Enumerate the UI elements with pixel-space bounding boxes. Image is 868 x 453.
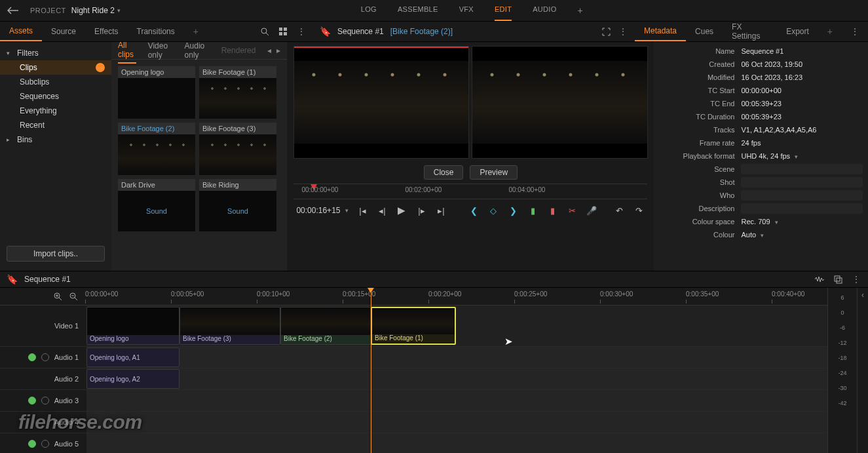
meta-value[interactable]: UHD 4k, 24 fps ▾ bbox=[741, 152, 798, 160]
clip-label: Opening logo bbox=[118, 66, 195, 78]
workspace-tab-vfx[interactable]: VFX bbox=[459, 0, 474, 21]
project-label: PROJECT bbox=[30, 7, 66, 14]
workspace-tab-log[interactable]: LOG bbox=[361, 0, 377, 21]
waveform-icon[interactable] bbox=[814, 274, 825, 285]
meta-label: Description bbox=[659, 205, 741, 212]
timeline-clip[interactable]: Bike Footage (2) bbox=[280, 307, 371, 345]
audio-clip[interactable]: Opening logo, A1 bbox=[86, 347, 179, 367]
meta-value[interactable]: Auto ▾ bbox=[741, 231, 764, 239]
voice-over-icon[interactable]: 🎤 bbox=[586, 206, 597, 216]
meta-tab-metadata[interactable]: Metadata bbox=[635, 22, 686, 41]
mark-in-icon[interactable]: ❮ bbox=[468, 206, 480, 216]
audio-track-label[interactable]: Audio 4 bbox=[54, 418, 79, 426]
meta-tab-fx-settings[interactable]: FX Settings bbox=[723, 22, 777, 41]
clip-item[interactable]: Dark DriveSound bbox=[118, 179, 195, 231]
viewer-more-icon[interactable]: ⋮ bbox=[618, 26, 628, 37]
tree-clips[interactable]: Clips bbox=[0, 60, 111, 75]
import-clips-button[interactable]: Import clips.. bbox=[7, 246, 105, 262]
step-fwd-icon[interactable]: |▸ bbox=[415, 206, 427, 216]
workspace-tab-audio[interactable]: AUDIO bbox=[533, 0, 556, 21]
timeline-clip[interactable]: Opening logo bbox=[86, 307, 179, 345]
project-name[interactable]: Night Ride 2 bbox=[71, 6, 115, 15]
filter-rendered[interactable]: Rendered bbox=[221, 43, 256, 58]
add-marker-icon[interactable]: ▮ bbox=[527, 206, 538, 216]
grid-view-icon[interactable] bbox=[278, 26, 288, 37]
search-icon[interactable] bbox=[259, 26, 270, 37]
collapse-panel-icon[interactable]: ‹ bbox=[857, 288, 868, 453]
back-button[interactable] bbox=[5, 3, 21, 18]
asset-tab-assets[interactable]: Assets bbox=[0, 22, 42, 41]
tree-subclips[interactable]: Subclips bbox=[0, 75, 111, 89]
meta-value[interactable] bbox=[741, 203, 863, 214]
tree-recent[interactable]: Recent bbox=[0, 118, 111, 132]
audio-track-label[interactable]: Audio 5 bbox=[54, 440, 79, 448]
workspace-tab-assemble[interactable]: ASSEMBLE bbox=[398, 0, 438, 21]
clip-label: Dark Drive bbox=[118, 179, 195, 191]
delete-marker-icon[interactable]: ▮ bbox=[546, 206, 558, 216]
meter-db: 0 bbox=[840, 307, 844, 319]
zoom-in-icon[interactable] bbox=[52, 291, 63, 302]
svg-rect-4 bbox=[284, 32, 287, 35]
audio-track-label[interactable]: Audio 3 bbox=[54, 397, 79, 404]
fullscreen-icon[interactable] bbox=[601, 26, 611, 37]
clip-thumbnail bbox=[118, 78, 195, 119]
tree-everything[interactable]: Everything bbox=[0, 104, 111, 118]
meta-row: TracksV1, A1,A2,A3,A4,A5,A6 bbox=[654, 123, 868, 136]
meta-value[interactable] bbox=[741, 190, 863, 201]
meta-label: Tracks bbox=[659, 126, 741, 134]
meta-value: 24 fps bbox=[741, 139, 761, 147]
timecode-display[interactable]: 00:00:16+15▾ bbox=[296, 206, 349, 215]
add-workspace-icon[interactable]: + bbox=[578, 0, 583, 21]
meta-tab-cues[interactable]: Cues bbox=[686, 22, 723, 41]
meta-tab-export[interactable]: Export bbox=[777, 22, 818, 41]
viewer-clip-name[interactable]: [Bike Footage (2)] bbox=[390, 27, 453, 36]
clip-item[interactable]: Bike Footage (1) bbox=[199, 66, 276, 119]
step-back-icon[interactable]: ◂| bbox=[376, 206, 388, 216]
meta-more-icon[interactable]: ⋮ bbox=[842, 22, 868, 41]
redo-icon[interactable]: ↷ bbox=[633, 206, 645, 216]
audio-track-label[interactable]: Audio 1 bbox=[54, 353, 79, 361]
audio-track-label[interactable]: Audio 2 bbox=[54, 375, 79, 383]
timeline-sequence-name[interactable]: Sequence #1 bbox=[24, 275, 71, 284]
video-track-label[interactable]: Video 1 bbox=[54, 322, 79, 330]
zoom-out-icon[interactable] bbox=[68, 291, 79, 302]
workspace-tab-edit[interactable]: EDIT bbox=[495, 0, 512, 21]
copy-icon[interactable] bbox=[833, 274, 843, 285]
filter-prev-icon[interactable]: ◂ bbox=[267, 46, 271, 55]
cut-icon[interactable]: ✂ bbox=[566, 206, 578, 216]
chevron-down-icon[interactable]: ▾ bbox=[117, 7, 121, 14]
audio-clip[interactable]: Opening logo, A2 bbox=[86, 369, 179, 389]
meta-value[interactable]: Rec. 709 ▾ bbox=[741, 218, 778, 226]
mark-clear-icon[interactable]: ◇ bbox=[487, 206, 499, 216]
clip-item[interactable]: Bike Footage (3) bbox=[199, 123, 276, 175]
playhead[interactable] bbox=[371, 288, 371, 453]
go-start-icon[interactable]: |◂ bbox=[356, 206, 368, 216]
add-meta-tab-icon[interactable]: + bbox=[818, 22, 842, 41]
close-button[interactable]: Close bbox=[424, 165, 464, 180]
bookmark-icon[interactable]: 🔖 bbox=[320, 26, 331, 37]
timeline-bookmark-icon[interactable]: 🔖 bbox=[7, 274, 18, 285]
tree-filters[interactable]: ▾Filters bbox=[0, 46, 111, 60]
tree-sequences[interactable]: Sequences bbox=[0, 89, 111, 104]
more-icon[interactable]: ⋮ bbox=[296, 26, 307, 37]
meta-value[interactable] bbox=[741, 164, 863, 174]
asset-tab-source[interactable]: Source bbox=[42, 22, 85, 41]
play-icon[interactable]: ▶ bbox=[396, 205, 407, 216]
go-end-icon[interactable]: ▸| bbox=[435, 206, 447, 216]
meta-value[interactable] bbox=[741, 177, 863, 187]
record-viewer[interactable] bbox=[472, 46, 647, 159]
preview-button[interactable]: Preview bbox=[470, 165, 518, 180]
clip-item[interactable]: Bike RidingSound bbox=[199, 179, 276, 231]
timeline-clip[interactable]: Bike Footage (1) bbox=[371, 307, 456, 345]
timeline-more-icon[interactable]: ⋮ bbox=[851, 274, 861, 285]
undo-icon[interactable]: ↶ bbox=[613, 206, 625, 216]
tree-bins[interactable]: ▸Bins bbox=[0, 132, 111, 147]
clip-item[interactable]: Bike Footage (2) bbox=[118, 123, 195, 175]
meter-db: -24 bbox=[838, 367, 846, 379]
source-viewer[interactable] bbox=[293, 46, 469, 159]
mark-out-icon[interactable]: ❯ bbox=[507, 206, 519, 216]
viewer-sequence-name[interactable]: Sequence #1 bbox=[337, 27, 384, 36]
clip-item[interactable]: Opening logo bbox=[118, 66, 195, 119]
filter-next-icon[interactable]: ▸ bbox=[276, 46, 280, 55]
timeline-clip[interactable]: Bike Footage (3) bbox=[179, 307, 280, 345]
